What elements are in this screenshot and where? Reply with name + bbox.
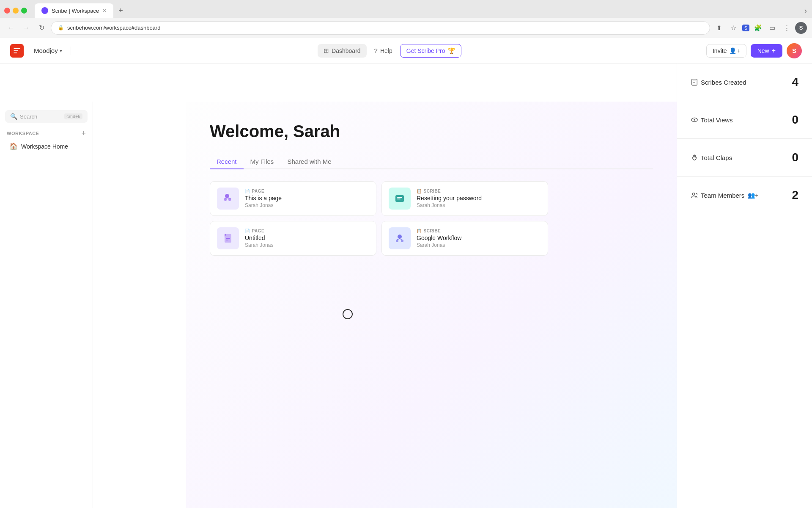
sidebar-item-workspace-home[interactable]: 🏠 Workspace Home — [3, 139, 90, 153]
file-grid: 📄 PAGE This is a page Sarah Jonas — [210, 181, 548, 256]
file-card-untitled[interactable]: 📄 PAGE Untitled Sarah Jonas — [210, 221, 376, 256]
stat-views-label-area: Total Views — [691, 116, 733, 124]
maximize-window-button[interactable] — [21, 8, 27, 14]
stat-total-views: Total Views 0 — [677, 101, 812, 139]
file-type-label-2: 📋 SCRIBE — [417, 189, 541, 193]
file-thumb-page — [217, 188, 239, 210]
scribe-list-icon-2: 📋 — [417, 229, 422, 233]
sidebar-toggle-button[interactable]: ▭ — [766, 22, 778, 34]
search-placeholder-text: Search — [20, 113, 62, 120]
browser-toolbar-actions: ⬆ ☆ S 🧩 ▭ ⋮ S — [713, 22, 807, 34]
file-thumb-page2 — [217, 227, 239, 249]
get-pro-button[interactable]: Get Scribe Pro 🏆 — [400, 44, 461, 58]
url-text: scribehow.com/workspace#dashboard — [67, 25, 160, 31]
file-author-2: Sarah Jonas — [417, 202, 541, 208]
user-avatar[interactable]: S — [787, 43, 802, 58]
tab-close-button[interactable]: ✕ — [102, 8, 107, 14]
svg-rect-5 — [397, 197, 402, 198]
svg-point-12 — [401, 240, 403, 242]
search-kbd-hint: cmd+k — [64, 113, 82, 119]
invite-label: Invite — [713, 47, 727, 54]
workspace-add-button[interactable]: + — [81, 130, 86, 137]
total-claps-label: Total Claps — [701, 154, 732, 161]
svg-point-11 — [396, 240, 398, 242]
nav-help[interactable]: ? Help — [368, 44, 398, 57]
file-author-1: Sarah Jonas — [245, 202, 369, 208]
traffic-lights — [0, 8, 31, 14]
close-window-button[interactable] — [4, 8, 10, 14]
file-thumb-scribe-indigo — [389, 227, 411, 249]
bookmark-button[interactable]: ☆ — [728, 22, 740, 34]
workspace-selector[interactable]: Moodjoy ▾ — [34, 47, 62, 54]
new-label: New — [757, 47, 769, 54]
svg-rect-6 — [397, 199, 401, 199]
file-info-untitled: 📄 PAGE Untitled Sarah Jonas — [245, 229, 369, 248]
home-icon: 🏠 — [9, 142, 18, 150]
tab-title: Scribe | Workspace — [52, 8, 99, 14]
file-type-label-4: 📋 SCRIBE — [417, 229, 541, 233]
browser-chrome: Scribe | Workspace ✕ + › ← → ↻ 🔒 scribeh… — [0, 0, 812, 38]
share-button[interactable]: ⬆ — [713, 22, 725, 34]
minimize-window-button[interactable] — [13, 8, 19, 14]
stat-team-members: Team Members 👥+ 2 — [677, 177, 812, 214]
scribes-created-value: 4 — [792, 75, 798, 89]
browser-toolbar: ← → ↻ 🔒 scribehow.com/workspace#dashboar… — [0, 18, 812, 38]
workspace-home-label: Workspace Home — [21, 143, 68, 150]
svg-line-13 — [397, 239, 400, 240]
search-input[interactable]: 🔍 Search cmd+k — [5, 110, 88, 123]
main-content: Welcome, Sarah Recent My Files Shared wi… — [186, 102, 677, 508]
svg-rect-8 — [226, 238, 230, 239]
stat-claps-label-area: Total Claps — [691, 154, 732, 161]
browser-tab-active[interactable]: Scribe | Workspace ✕ — [35, 3, 113, 18]
reload-button[interactable]: ↻ — [36, 22, 47, 34]
help-circle-icon: ? — [374, 47, 378, 54]
tab-more-button[interactable]: › — [804, 6, 807, 15]
team-members-add-icon[interactable]: 👥+ — [748, 192, 758, 199]
topnav-nav: ⊞ Dashboard ? Help Get Scribe Pro 🏆 — [80, 44, 700, 58]
get-pro-label: Get Scribe Pro — [406, 47, 445, 54]
topnav: Moodjoy ▾ ⊞ Dashboard ? Help Get Scribe … — [0, 38, 812, 64]
lock-icon: 🔒 — [58, 25, 64, 30]
new-tab-button[interactable]: + — [115, 5, 126, 17]
page-doc-icon-2: 📄 — [245, 229, 250, 233]
dashboard-grid-icon: ⊞ — [324, 47, 329, 55]
logo-icon — [10, 44, 24, 58]
file-info-this-is-a-page: 📄 PAGE This is a page Sarah Jonas — [245, 189, 369, 208]
plus-icon: + — [772, 47, 776, 55]
svg-point-17 — [694, 119, 695, 121]
svg-point-0 — [225, 194, 229, 198]
puzzle-button[interactable]: 🧩 — [752, 22, 764, 34]
forward-button[interactable]: → — [20, 22, 32, 34]
dashboard-label: Dashboard — [332, 47, 361, 54]
nav-divider — [71, 47, 71, 55]
address-bar[interactable]: 🔒 scribehow.com/workspace#dashboard — [51, 21, 710, 35]
extensions-button[interactable]: S — [742, 25, 749, 31]
invite-button[interactable]: Invite 👤+ — [706, 44, 746, 58]
file-card-google-workflow[interactable]: 📋 SCRIBE Google Workflow Sarah Jonas — [381, 221, 548, 256]
file-name-google-workflow: Google Workflow — [417, 235, 541, 241]
new-button[interactable]: New + — [751, 44, 782, 58]
file-card-this-is-a-page[interactable]: 📄 PAGE This is a page Sarah Jonas — [210, 181, 376, 216]
svg-point-18 — [693, 193, 695, 195]
tab-recent[interactable]: Recent — [210, 155, 244, 169]
browser-profile-button[interactable]: S — [795, 22, 807, 34]
tab-favicon — [41, 7, 48, 14]
workspace-section-label: WORKSPACE — [7, 131, 39, 136]
menu-button[interactable]: ⋮ — [781, 22, 793, 34]
page-doc-icon: 📄 — [245, 189, 250, 193]
svg-line-14 — [400, 239, 402, 240]
total-views-label: Total Views — [701, 116, 733, 124]
total-claps-value: 0 — [792, 151, 798, 164]
app-container: Moodjoy ▾ ⊞ Dashboard ? Help Get Scribe … — [0, 38, 812, 508]
scribe-list-icon: 📋 — [417, 189, 422, 193]
nav-dashboard[interactable]: ⊞ Dashboard — [318, 44, 367, 58]
stat-team-label-area: Team Members 👥+ — [691, 191, 759, 199]
back-button[interactable]: ← — [5, 22, 17, 34]
stat-scribes-label-area: Scribes Created — [691, 78, 746, 86]
file-card-resetting-password[interactable]: 📋 SCRIBE Resetting your password Sarah J… — [381, 181, 548, 216]
tab-shared-with-me[interactable]: Shared with Me — [280, 155, 338, 169]
svg-point-10 — [398, 235, 402, 239]
tab-my-files[interactable]: My Files — [244, 155, 281, 169]
trophy-icon: 🏆 — [448, 47, 455, 54]
file-author-3: Sarah Jonas — [245, 242, 369, 248]
